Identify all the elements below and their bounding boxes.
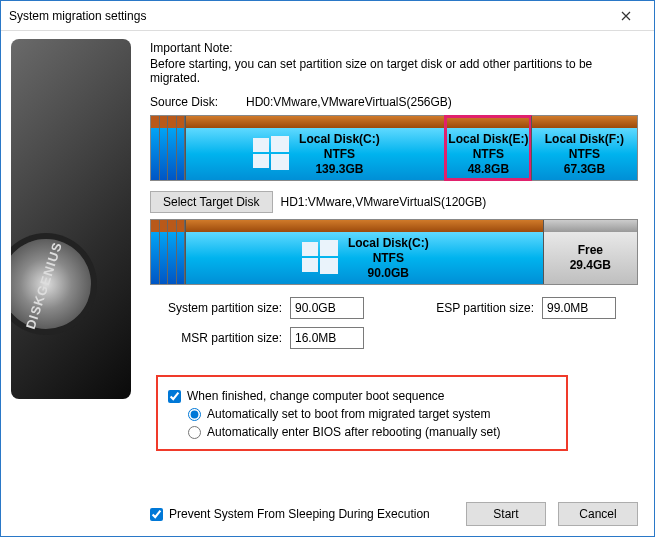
esp-size-label: ESP partition size: (424, 301, 534, 315)
msr-size-input[interactable] (290, 327, 364, 349)
source-disk-bar[interactable]: Local Disk(C:)NTFS139.3GBLocal Disk(E:)N… (150, 115, 638, 181)
boot-change-checkbox[interactable] (168, 390, 181, 403)
boot-bios-radio[interactable] (188, 426, 201, 439)
close-button[interactable] (606, 2, 646, 30)
titlebar: System migration settings (1, 1, 654, 31)
svg-rect-2 (253, 154, 269, 168)
partition[interactable]: Local Disk(C:)NTFS90.0GB (185, 220, 543, 284)
window-title: System migration settings (9, 9, 606, 23)
boot-bios-label: Automatically enter BIOS after rebooting… (207, 425, 500, 439)
svg-rect-4 (302, 242, 318, 256)
main-panel: Important Note: Before starting, you can… (136, 31, 654, 536)
start-button[interactable]: Start (466, 502, 546, 526)
svg-rect-0 (253, 138, 269, 152)
source-disk-label: Source Disk: (150, 95, 238, 109)
svg-rect-6 (302, 258, 318, 272)
sys-size-label: System partition size: (150, 301, 282, 315)
boot-change-label: When finished, change computer boot sequ… (187, 389, 445, 403)
note-body: Before starting, you can set partition s… (150, 57, 638, 85)
boot-sequence-box: When finished, change computer boot sequ… (156, 375, 568, 451)
svg-rect-1 (271, 136, 289, 152)
target-disk-name: HD1:VMware,VMwareVirtualS(120GB) (281, 195, 487, 209)
prevent-sleep-label: Prevent System From Sleeping During Exec… (169, 507, 430, 521)
brand-text: DISKGENIUS (23, 240, 65, 331)
prevent-sleep-checkbox[interactable] (150, 508, 163, 521)
partition[interactable]: Local Disk(E:)NTFS48.8GB (445, 116, 531, 180)
source-disk-name: HD0:VMware,VMwareVirtualS(256GB) (246, 95, 452, 109)
note-title: Important Note: (150, 41, 638, 55)
hdd-illustration: DISKGENIUS (11, 39, 131, 399)
cancel-button[interactable]: Cancel (558, 502, 638, 526)
partition[interactable]: Local Disk(F:)NTFS67.3GB (531, 116, 637, 180)
close-icon (621, 11, 631, 21)
target-disk-bar[interactable]: Local Disk(C:)NTFS90.0GBFree29.4GB (150, 219, 638, 285)
msr-size-label: MSR partition size: (150, 331, 282, 345)
select-target-button[interactable]: Select Target Disk (150, 191, 273, 213)
partition[interactable]: Local Disk(C:)NTFS139.3GB (185, 116, 445, 180)
sys-size-input[interactable] (290, 297, 364, 319)
boot-auto-label: Automatically set to boot from migrated … (207, 407, 490, 421)
partition[interactable]: Free29.4GB (543, 220, 637, 284)
boot-auto-radio[interactable] (188, 408, 201, 421)
svg-rect-7 (320, 258, 338, 274)
svg-rect-3 (271, 154, 289, 170)
svg-rect-5 (320, 240, 338, 256)
esp-size-input[interactable] (542, 297, 616, 319)
sidebar: DISKGENIUS (1, 31, 136, 536)
